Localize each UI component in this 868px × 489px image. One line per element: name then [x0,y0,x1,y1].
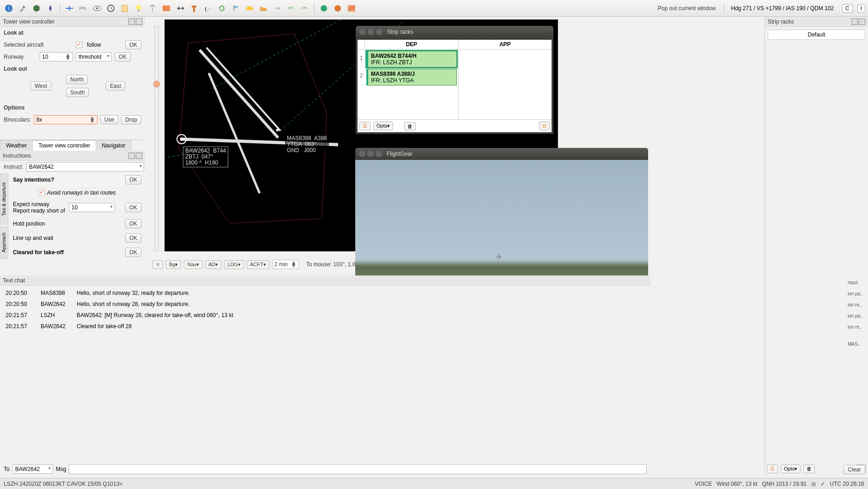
aircraft-icon[interactable] [174,2,186,14]
vtab-taxi-departure[interactable]: Taxi & departure [0,174,8,225]
south-button[interactable]: South [66,88,89,97]
runway-icon[interactable] [202,2,214,14]
cleared-ok-button[interactable]: OK [125,248,141,257]
weather-tab[interactable]: Weather [0,140,33,151]
avoid-runways-checkbox[interactable] [38,189,45,196]
tag-c[interactable]: C [842,4,853,12]
chat-msg-label: Msg [56,466,67,472]
binoculars-drop-button[interactable]: Drop [121,115,141,124]
close-icon[interactable] [136,18,142,25]
strip-racks-titlebar[interactable]: Strip racks [356,26,553,38]
close-icon[interactable] [359,151,365,157]
compass-icon[interactable] [44,2,56,14]
clear-notifications-button[interactable]: Clear [844,465,865,474]
plane-blue-icon[interactable] [63,2,75,14]
strip-trash-icon[interactable]: 🗑 [404,122,416,130]
orange-box-icon[interactable] [160,2,172,14]
tower-icon[interactable] [188,2,200,14]
earth-icon[interactable] [318,2,330,14]
flightgear-titlebar[interactable]: FlightGear [355,148,648,160]
close-icon[interactable] [359,29,366,35]
tag-i[interactable]: I [857,4,865,12]
globe-icon[interactable] [30,2,42,14]
right-opts-menu[interactable]: Opts▾ [781,465,801,473]
strip-divider-icon[interactable]: ⊟ [539,122,550,130]
folder-icon[interactable] [257,2,269,14]
right-trash-icon[interactable]: 🗑 [803,465,815,473]
maximize-icon[interactable] [128,153,135,159]
maximize-icon[interactable] [128,18,135,25]
strip-opts-menu[interactable]: Opts▾ [373,122,393,130]
fpl-green2-icon[interactable]: FPL [299,2,311,14]
north-button[interactable]: North [66,75,88,84]
say-intentions-ok-button[interactable]: OK [125,175,141,184]
antenna-icon[interactable] [146,2,158,14]
chat-to-dropdown[interactable]: BAW2642 [12,465,53,474]
reset-view-icon[interactable]: ⤫ [152,260,163,269]
notepad-icon[interactable] [119,2,131,14]
binoculars-use-button[interactable]: Use [100,115,118,124]
popout-label[interactable]: Pop out current window [653,5,720,12]
bg-menu[interactable]: Bg▾ [166,260,181,269]
binoculars-input[interactable]: 8x▲▼ [34,115,97,124]
maximize-icon[interactable] [376,29,382,35]
strip-mas8398[interactable]: MAS8398 A388/J IFR: LSZH YTGA [366,69,457,86]
navigator-tab[interactable]: Navigator [96,140,131,151]
chat-row: 20:21:57LSZHBAW2642: [M] Runway 28, clea… [2,310,649,321]
lineup-ok-button[interactable]: OK [125,233,141,243]
binoculars-label: Binoculars: [4,116,31,123]
expect-ok-button[interactable]: OK [125,203,141,212]
fpl-text-icon[interactable]: FPL [77,2,89,14]
threshold-dropdown[interactable]: threshold [76,52,112,61]
radar-label-baw2642[interactable]: BAW2642 B744 ZBTJ 047° 1800 ^ H190 [183,147,228,167]
expect-runway-label: Expect runway [13,201,65,208]
nav-menu[interactable]: Nav▾ [184,260,202,269]
cloud-icon[interactable] [243,2,255,14]
right-shelf-icon[interactable]: ☰ [767,465,778,473]
radar-zoom-slider[interactable] [154,26,159,251]
ldg-menu[interactable]: LDG▾ [224,260,244,269]
strip-baw2642[interactable]: BAW2642 B744/H IFR: LSZH ZBTJ [366,51,457,67]
default-rack-header[interactable]: Default [768,30,865,40]
instructions-title: Instructions [0,151,145,161]
look-at-selected-ok-button[interactable]: OK [125,40,141,49]
runway-spin[interactable]: 10▲▼ [40,52,73,61]
radar-orange-icon[interactable] [332,2,344,14]
tick-icon[interactable]: ✓ [820,481,825,487]
look-at-runway-ok-button[interactable]: OK [115,52,131,61]
expect-runway-dropdown[interactable]: 10 [69,203,115,212]
refresh-icon[interactable] [216,2,228,14]
info-icon[interactable]: i [3,2,15,14]
east-button[interactable]: East [106,81,125,91]
maximize-icon[interactable] [851,18,858,25]
radar-label-mas8398[interactable]: MAS8398 A388 YTGA 063° GND J000 [285,134,329,154]
notifications-list: ntact ion pa.. ion re.. ion pa.. ion re.… [846,277,868,466]
svg-point-14 [334,5,341,12]
range-spin[interactable]: 2 min▲▼ [272,260,299,269]
avoid-runways-label: Avoid runways in taxi routes [47,189,115,196]
acft-menu[interactable]: ACFT▾ [247,260,269,269]
strip-shelf-icon[interactable]: ☰ [359,122,370,130]
close-icon[interactable] [859,18,865,25]
ad-menu[interactable]: AD▾ [205,260,221,269]
flag-icon[interactable] [230,2,242,14]
tower-view-tab[interactable]: Tower view controller [32,140,96,151]
tools-icon[interactable] [17,2,29,14]
target-icon[interactable]: ◎ [811,481,816,487]
close-icon[interactable] [136,153,142,159]
chart-icon[interactable] [346,2,358,14]
fpl-green1-icon[interactable]: FPL [285,2,297,14]
hold-position-ok-button[interactable]: OK [125,219,141,228]
minimize-icon[interactable] [367,151,374,157]
clock-icon[interactable] [105,2,117,14]
arrow-icon[interactable] [271,2,283,14]
chat-msg-input[interactable] [69,464,647,474]
vtab-approach[interactable]: Approach [0,226,8,259]
eye-icon[interactable] [91,2,103,14]
west-button[interactable]: West [30,81,51,91]
maximize-icon[interactable] [376,151,382,157]
bulb-icon[interactable] [133,2,145,14]
instruct-dropdown[interactable]: BAW2642 [26,162,144,171]
follow-checkbox[interactable] [76,42,82,48]
minimize-icon[interactable] [368,29,374,35]
